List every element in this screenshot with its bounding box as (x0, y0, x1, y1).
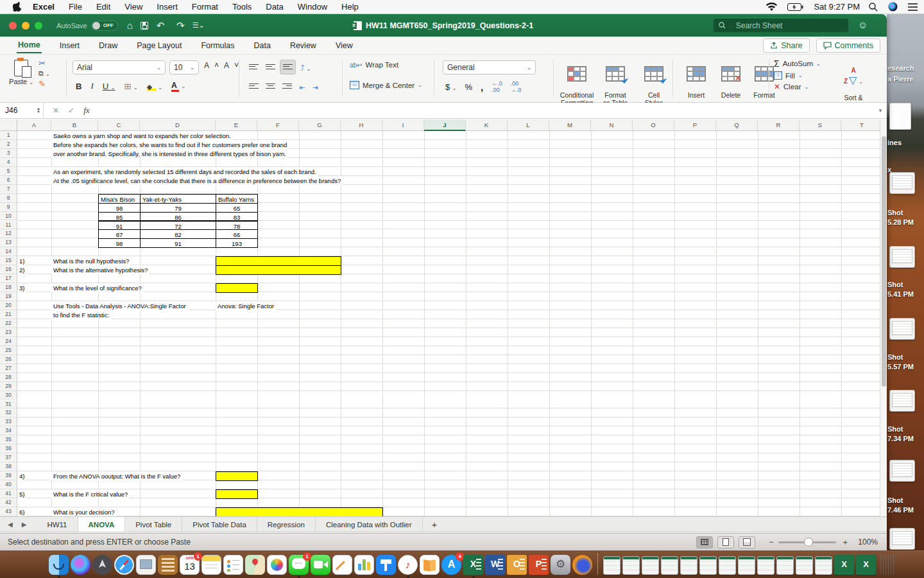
cell-E9[interactable]: 65 (216, 203, 258, 213)
minimize-window-button[interactable] (22, 22, 30, 30)
column-header-D[interactable]: D (140, 119, 216, 131)
ribbon-tab-draw[interactable]: Draw (98, 39, 119, 53)
dock-facetime-icon[interactable] (311, 555, 330, 575)
cell-C12[interactable]: 87 (98, 229, 141, 239)
ribbon-tab-data[interactable]: Data (252, 39, 271, 53)
row-header-18[interactable]: 18 (0, 283, 17, 292)
search-sheet-input[interactable]: ⌄ Search Sheet (714, 19, 848, 32)
dock-minimized-window-icon[interactable] (719, 556, 736, 575)
comma-format-button[interactable]: , (481, 82, 483, 92)
copy-button[interactable]: ⧉ ⌄ (38, 69, 58, 78)
dock-finder-icon[interactable] (49, 555, 69, 575)
select-all-corner[interactable] (0, 119, 17, 131)
sheet-tab-pivot-table[interactable]: Pivot Table (125, 517, 182, 532)
cell-B16[interactable]: What is the alternative hypothesis? (51, 265, 150, 274)
dock-powerpoint-icon[interactable]: P (529, 555, 549, 575)
redo-icon[interactable]: ↷ (176, 21, 185, 30)
name-box-stepper[interactable]: ▲▼ (37, 107, 40, 114)
cell-D9[interactable]: 79 (140, 203, 216, 213)
desktop-screenshot-icon[interactable] (889, 390, 915, 412)
insert-function-icon[interactable]: fx (83, 105, 89, 116)
align-center-button[interactable] (263, 80, 278, 93)
row-header-24[interactable]: 24 (0, 337, 17, 346)
menu-window[interactable]: Window (298, 2, 327, 12)
decrease-decimal-button[interactable]: .00→.0 (511, 80, 522, 93)
desktop-file-label[interactable]: a Pierre (887, 75, 924, 83)
row-header-39[interactable]: 39 (0, 471, 17, 480)
dock-system-preferences-icon[interactable]: ⚙ (551, 555, 570, 575)
column-header-J[interactable]: J (424, 119, 466, 131)
row-header-1[interactable]: 1 (0, 131, 17, 140)
row-header-21[interactable]: 21 (0, 310, 17, 319)
column-header-M[interactable]: M (549, 119, 591, 131)
row-header-7[interactable]: 7 (0, 185, 17, 194)
cell-E8[interactable]: Buffalo Yarns (216, 194, 258, 204)
row-header-30[interactable]: 30 (0, 391, 17, 400)
column-header-O[interactable]: O (633, 119, 674, 131)
ribbon-tab-insert[interactable]: Insert (58, 39, 81, 53)
wrap-text-button[interactable]: ab↩ Wrap Text (350, 61, 398, 69)
sheet-tab-regression[interactable]: Regression (257, 517, 316, 532)
zoom-slider[interactable] (778, 541, 836, 543)
row-header-10[interactable]: 10 (0, 212, 17, 221)
italic-button[interactable]: I (90, 81, 93, 91)
row-header-37[interactable]: 37 (0, 453, 17, 462)
menu-format[interactable]: Format (192, 2, 218, 12)
cell-B43[interactable]: What is your decision? (51, 507, 117, 516)
row-header-12[interactable]: 12 (0, 229, 17, 238)
decrease-font-size-button[interactable]: A˅ (224, 61, 244, 70)
column-header-B[interactable]: B (51, 119, 98, 131)
cell-E11[interactable]: 78 (216, 221, 258, 231)
increase-font-size-button[interactable]: A˄ (204, 61, 224, 70)
autosum-button[interactable]: Σ AutoSum ⌄ (774, 58, 821, 69)
previous-sheet-arrow[interactable]: ◀ (8, 521, 13, 528)
row-header-2[interactable]: 2 (0, 140, 17, 149)
dock-app-store-icon[interactable]: A4 (441, 555, 461, 575)
row-header-33[interactable]: 33 (0, 417, 17, 426)
row-header-20[interactable]: 20 (0, 301, 17, 310)
menu-tools[interactable]: Tools (232, 2, 252, 12)
cell-C9[interactable]: 98 (98, 203, 141, 213)
dock-keynote-icon[interactable] (376, 555, 396, 575)
dock-reminders-icon[interactable] (223, 555, 243, 575)
dock-safari-icon[interactable] (114, 555, 134, 575)
percent-format-button[interactable]: % (465, 82, 473, 92)
row-header-11[interactable]: 11 (0, 221, 17, 230)
ribbon-tab-review[interactable]: Review (289, 39, 318, 53)
desktop-document-icon[interactable] (889, 103, 911, 130)
normal-view-button[interactable] (696, 536, 713, 548)
row-header-23[interactable]: 23 (0, 328, 17, 337)
dock-minimized-window-icon[interactable] (680, 556, 697, 575)
cell-B3[interactable]: over another brand. Specifically, she is… (51, 149, 288, 158)
align-bottom-button[interactable] (280, 60, 296, 74)
cell-D8[interactable]: Yak-et-ty-Yaks (140, 194, 216, 204)
row-header-31[interactable]: 31 (0, 400, 17, 409)
cell-B15[interactable]: What is the null hypothesis? (51, 256, 131, 265)
cell-A18[interactable]: 3) (17, 283, 26, 292)
row-header-8[interactable]: 8 (0, 194, 17, 203)
customize-toolbar-icon[interactable]: ☰⌄ (193, 22, 205, 29)
spotlight-icon[interactable] (869, 3, 878, 12)
increase-decimal-button[interactable]: ←.0.00 (492, 80, 502, 93)
column-header-R[interactable]: R (758, 119, 800, 131)
dock-music-icon[interactable]: ♪ (398, 555, 418, 575)
spreadsheet-grid[interactable]: ABCDEFGHIJKLMNOPQRST 1234567891011121314… (0, 119, 887, 516)
comments-button[interactable]: Comments (816, 39, 880, 53)
dock-pages-icon[interactable] (332, 555, 352, 575)
column-header-A[interactable]: A (17, 119, 51, 131)
ribbon-tab-view[interactable]: View (334, 39, 354, 53)
dock-excel-document-icon[interactable]: X (856, 555, 876, 575)
row-header-42[interactable]: 42 (0, 498, 17, 507)
cell-E39[interactable] (216, 471, 258, 481)
desktop-file-label[interactable]: esearch (887, 64, 924, 72)
row-header-40[interactable]: 40 (0, 480, 17, 489)
insert-cells-button[interactable]: ← Insert (676, 58, 716, 99)
column-header-Q[interactable]: Q (716, 119, 758, 131)
undo-icon[interactable]: ↶⌄ (157, 21, 169, 30)
conditional-formatting-button[interactable]: Conditional Formatting (557, 58, 597, 107)
ribbon-tab-page-layout[interactable]: Page Layout (135, 39, 183, 53)
dock-numbers-icon[interactable] (354, 555, 374, 575)
row-header-41[interactable]: 41 (0, 489, 17, 498)
row-header-43[interactable]: 43 (0, 507, 17, 516)
feedback-smiley-icon[interactable]: ☺ ⌄ (858, 19, 875, 30)
